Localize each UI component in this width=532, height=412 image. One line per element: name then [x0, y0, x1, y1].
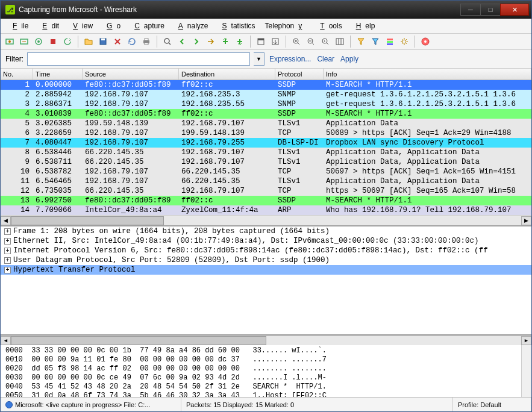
packet-cell-src: 66.220.145.35	[83, 157, 179, 167]
menu-edit[interactable]: Edit	[34, 20, 63, 32]
menu-file[interactable]: File	[4, 20, 33, 32]
svg-rect-9	[145, 39, 148, 40]
packet-cell-src: 199.59.148.139	[83, 119, 179, 128]
preferences-icon[interactable]	[398, 35, 411, 48]
apply-button[interactable]: Apply	[339, 55, 360, 63]
packet-cell-proto: SNMP	[275, 90, 324, 99]
packet-row[interactable]: 53.026385199.59.148.139192.168.79.107TLS…	[1, 119, 531, 128]
bytes-hscroll[interactable]: ◀ ▶	[1, 336, 531, 345]
col-source[interactable]: Source	[83, 69, 179, 80]
menu-tools[interactable]: Tools	[311, 20, 346, 32]
restart-capture-icon[interactable]	[61, 35, 74, 48]
options-icon[interactable]	[17, 35, 31, 48]
filter-dropdown-icon[interactable]: ▼	[254, 52, 264, 66]
minimize-button[interactable]: ─	[460, 4, 481, 16]
packet-cell-src: fe80::dc37:dd05:f89	[83, 196, 179, 205]
save-icon[interactable]	[96, 35, 110, 48]
packet-row[interactable]: 74.080447192.168.79.107192.168.79.255DB-…	[1, 138, 531, 148]
expression-button[interactable]: Expression...	[268, 55, 312, 63]
packet-cell-no: 14	[1, 205, 33, 215]
packet-cell-proto: SSDP	[275, 196, 324, 205]
details-line[interactable]: +Ethernet II, Src: IntelCor_49:8a:a4 (00…	[1, 236, 531, 246]
menu-telephony[interactable]: Telephony	[261, 20, 311, 32]
forward-icon[interactable]	[190, 35, 203, 48]
scroll-left-icon[interactable]: ◀	[1, 336, 11, 345]
col-no[interactable]: No.	[1, 69, 33, 80]
packet-row[interactable]: 106.538782192.168.79.10766.220.145.35TCP…	[1, 167, 531, 176]
scroll-right-icon[interactable]: ▶	[521, 216, 531, 225]
scroll-left-icon[interactable]: ◀	[1, 216, 11, 225]
packet-cell-info: M-SEARCH * HTTP/1.1	[324, 109, 531, 119]
packet-row[interactable]: 147.709066IntelCor_49:8a:a4ZyxelCom_11:4…	[1, 205, 531, 215]
col-time[interactable]: Time	[33, 69, 83, 80]
col-info[interactable]: Info	[324, 69, 531, 80]
col-destination[interactable]: Destination	[179, 69, 275, 80]
menu-view[interactable]: View	[64, 20, 97, 32]
expand-icon[interactable]: +	[4, 267, 11, 273]
back-icon[interactable]	[175, 35, 189, 48]
coloring-rules-icon[interactable]	[383, 35, 396, 48]
packet-row[interactable]: 86.53844666.220.145.35192.168.79.107TLSv…	[1, 148, 531, 157]
packet-row[interactable]: 126.73503566.220.145.35192.168.79.107TCP…	[1, 186, 531, 196]
filter-input[interactable]	[27, 52, 250, 66]
packet-cell-no: 7	[1, 138, 33, 148]
zoom-in-icon[interactable]	[290, 35, 303, 48]
details-line[interactable]: +User Datagram Protocol, Src Port: 52809…	[1, 255, 531, 265]
goto-first-icon[interactable]	[219, 35, 232, 48]
hex-dump[interactable]: 0000 33 33 00 00 00 0c 00 1b 77 49 8a a4…	[1, 345, 521, 397]
reload-icon[interactable]	[125, 35, 139, 48]
packet-row[interactable]: 96.53871166.220.145.35192.168.79.107TLSv…	[1, 157, 531, 167]
menu-capture[interactable]: Capture	[126, 20, 169, 32]
packet-details-pane[interactable]: +Frame 1: 208 bytes on wire (1664 bits),…	[1, 226, 531, 336]
maximize-button[interactable]: □	[480, 4, 501, 16]
menu-go[interactable]: Go	[98, 20, 125, 32]
packet-row[interactable]: 116.546465192.168.79.10766.220.145.35TLS…	[1, 176, 531, 186]
help-icon[interactable]	[419, 35, 432, 48]
packet-cell-no: 9	[1, 157, 33, 167]
packet-cell-src: 192.168.79.107	[83, 128, 179, 138]
print-icon[interactable]	[140, 35, 153, 48]
packet-row[interactable]: 136.992750fe80::dc37:dd05:f89ff02::cSSDP…	[1, 196, 531, 205]
zoom-reset-icon[interactable]: 1	[319, 35, 332, 48]
expand-icon[interactable]: +	[4, 228, 11, 235]
autoscroll-icon[interactable]	[269, 35, 282, 48]
packet-row[interactable]: 32.886371192.168.79.107192.168.235.55SNM…	[1, 99, 531, 109]
capture-filters-icon[interactable]	[354, 35, 368, 48]
stop-capture-icon[interactable]	[46, 35, 60, 48]
display-filters-icon[interactable]	[369, 35, 382, 48]
goto-icon[interactable]	[204, 35, 217, 48]
find-icon[interactable]	[161, 35, 174, 48]
zoom-out-icon[interactable]	[304, 35, 318, 48]
resize-columns-icon[interactable]	[333, 35, 346, 48]
open-icon[interactable]	[82, 35, 95, 48]
colorize-icon[interactable]	[254, 35, 268, 48]
packet-row[interactable]: 43.010839fe80::dc37:dd05:f89ff02::cSSDPM…	[1, 109, 531, 119]
details-line[interactable]: +Frame 1: 208 bytes on wire (1664 bits),…	[1, 226, 531, 236]
goto-last-icon[interactable]	[233, 35, 246, 48]
menu-help[interactable]: Help	[348, 20, 380, 32]
bytes-vscroll[interactable]	[521, 345, 531, 397]
clear-button[interactable]: Clear	[316, 55, 336, 63]
scroll-right-icon[interactable]: ▶	[521, 336, 531, 345]
interfaces-icon[interactable]	[3, 35, 16, 48]
menu-statistics[interactable]: Statistics	[214, 20, 260, 32]
expand-icon[interactable]: +	[4, 238, 11, 245]
col-protocol[interactable]: Protocol	[275, 69, 324, 80]
details-line[interactable]: +Internet Protocol Version 6, Src: fe80:…	[1, 246, 531, 255]
packet-bytes-pane: ◀ ▶ 0000 33 33 00 00 00 0c 00 1b 77 49 8…	[1, 336, 531, 397]
packet-row[interactable]: 10.000000fe80::dc37:dd05:f89ff02::cSSDPM…	[1, 80, 531, 90]
start-capture-icon[interactable]	[32, 35, 45, 48]
packet-row[interactable]: 63.228659192.168.79.107199.59.148.139TCP…	[1, 128, 531, 138]
expand-icon[interactable]: +	[4, 257, 11, 264]
close-button[interactable]: ✕	[500, 4, 529, 16]
packet-row[interactable]: 22.885942192.168.79.107192.168.235.3SNMP…	[1, 90, 531, 99]
details-line[interactable]: +Hypertext Transfer Protocol	[1, 265, 531, 275]
packet-cell-info: Application Data, Application Data	[324, 157, 531, 167]
status-profile[interactable]: Profile: Default	[453, 398, 531, 411]
packet-list-body[interactable]: 10.000000fe80::dc37:dd05:f89ff02::cSSDPM…	[1, 80, 531, 215]
menu-analyze[interactable]: Analyze	[170, 20, 213, 32]
close-file-icon[interactable]	[111, 35, 124, 48]
expand-icon[interactable]: +	[4, 248, 11, 254]
capture-led-icon	[5, 401, 13, 408]
packet-list-hscroll[interactable]: ◀ ▶	[1, 215, 531, 225]
